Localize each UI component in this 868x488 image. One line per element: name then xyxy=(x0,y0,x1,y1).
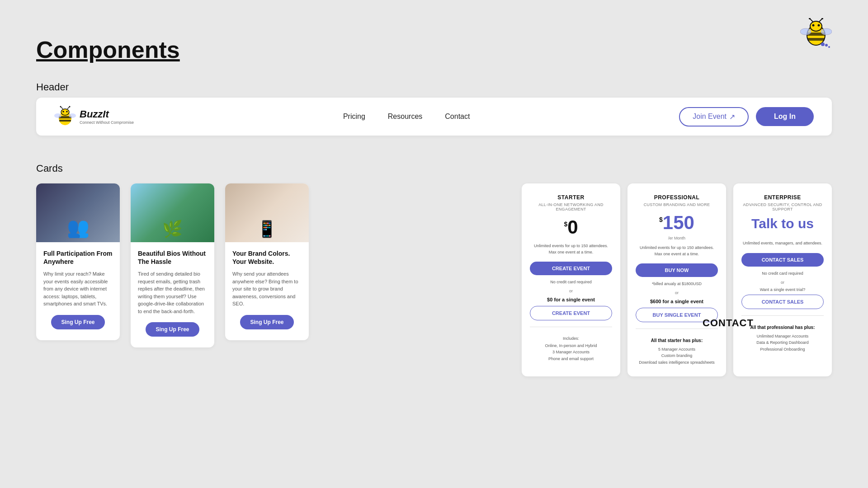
starter-no-cc: No credit card required xyxy=(550,280,592,284)
svg-rect-18 xyxy=(59,120,71,122)
cards-section: Cards 👥 Full Participation From Anywhere… xyxy=(36,163,832,376)
pricing-card-enterprise: ENTERPRISE ADVANCED SECURITY, CONTROL AN… xyxy=(733,183,832,376)
starter-tier: STARTER xyxy=(557,194,584,201)
svg-point-5 xyxy=(812,24,815,27)
feature-card-3: 📱 Your Brand Colors. Your Website. Why s… xyxy=(225,183,309,340)
feature-card-2-desc: Tired of sending detailed bio request em… xyxy=(138,270,207,315)
cards-section-label: Cards xyxy=(36,163,832,174)
feature-card-1-desc: Why limit your reach? Make your events e… xyxy=(43,270,113,308)
starter-includes: Includes: xyxy=(563,336,579,341)
feature-card-2-title: Beautiful Bios Without The Hassle xyxy=(138,249,207,266)
page-title: Components xyxy=(36,36,832,63)
starter-create-event-outline-button[interactable]: CREATE EVENT xyxy=(530,306,612,320)
svg-point-4 xyxy=(810,21,822,31)
header-component: BuzzIt Connect Without Compromise Pricin… xyxy=(36,98,832,136)
header-section-label: Header xyxy=(36,81,832,93)
professional-billed: *billed anualy at $1800USD xyxy=(652,282,702,286)
svg-point-19 xyxy=(61,109,69,115)
professional-period: /er Month xyxy=(668,236,685,240)
enterprise-contact-sales-button[interactable]: CONTACT SALES xyxy=(741,253,824,267)
starter-or: or xyxy=(569,289,573,293)
svg-point-15 xyxy=(828,46,830,48)
starter-feature-2: 3 Manager Accounts xyxy=(552,349,590,355)
svg-point-11 xyxy=(800,28,811,35)
starter-feature-3: Phone and email support xyxy=(548,356,594,362)
svg-point-13 xyxy=(821,42,825,46)
professional-feature-2: Custom branding xyxy=(661,352,693,359)
professional-buy-now-button[interactable]: BUY NOW xyxy=(636,263,718,277)
buzzit-logo-tagline: Connect Without Compromise xyxy=(80,120,134,125)
enterprise-price-text: Talk to us xyxy=(751,216,814,231)
enterprise-feature-1: Unlimited Manager Accounts xyxy=(757,333,809,339)
svg-point-23 xyxy=(60,106,61,108)
svg-point-21 xyxy=(66,111,68,113)
pricing-cards: STARTER ALL-IN-ONE NETWORKING AND ENGAGE… xyxy=(522,183,832,376)
svg-line-22 xyxy=(61,107,63,109)
header-section: Header BuzzI xyxy=(36,81,832,136)
enterprise-no-cc: No credit card required xyxy=(762,271,803,276)
page-header-section: Components xyxy=(0,18,868,72)
feature-card-3-cta[interactable]: Sing Up Free xyxy=(240,315,293,329)
enterprise-feature-3: Professional Onboarding xyxy=(760,346,805,352)
svg-point-6 xyxy=(818,24,820,27)
enterprise-tier: ENTERPRISE xyxy=(764,194,801,201)
feature-card-3-title: Your Brand Colors. Your Website. xyxy=(232,249,302,266)
feature-card-2: 🌿 Beautiful Bios Without The Hassle Tire… xyxy=(131,183,214,347)
external-link-icon: ↗ xyxy=(729,113,735,121)
svg-point-20 xyxy=(62,111,64,113)
svg-line-7 xyxy=(810,19,813,22)
professional-price: $ 150 xyxy=(659,213,694,232)
professional-tier: PROFESSIONAL xyxy=(654,194,700,201)
professional-dollar: $ xyxy=(659,216,663,223)
starter-desc: Unlimited events for up to 150 attendees… xyxy=(530,243,612,255)
enterprise-feature-2: Data & Reporting Dashboard xyxy=(756,339,809,346)
professional-amount: 150 xyxy=(663,213,694,232)
professional-plus-label: All that starter has plus: xyxy=(651,337,703,344)
professional-feature-1: 5 Manager Accounts xyxy=(658,346,695,352)
professional-desc: Unlimited events for up to 150 attendees… xyxy=(636,245,718,257)
nav-contact[interactable]: Contact xyxy=(445,113,470,121)
enterprise-single-event: Want a single event trial? xyxy=(760,286,806,293)
svg-rect-3 xyxy=(807,38,825,41)
svg-line-24 xyxy=(67,107,69,109)
starter-subtitle: ALL-IN-ONE NETWORKING AND ENGAGEMENT xyxy=(530,202,612,211)
starter-feature-1: Online, In-person and Hybrid xyxy=(545,343,597,349)
buzzit-logo[interactable]: BuzzIt Connect Without Compromise xyxy=(54,106,134,127)
feature-card-1-title: Full Participation From Anywhere xyxy=(43,249,113,266)
professional-or: or xyxy=(675,291,679,295)
starter-create-event-button[interactable]: CREATE EVENT xyxy=(530,262,612,275)
bee-icon xyxy=(800,18,832,50)
nav-pricing[interactable]: Pricing xyxy=(343,113,365,121)
join-event-button[interactable]: Join Event ↗ xyxy=(679,107,749,127)
starter-amount: 0 xyxy=(567,218,578,237)
pricing-card-professional: PROFESSIONAL CUSTOM BRANDING AND MORE $ … xyxy=(627,183,726,376)
bee-logo-corner xyxy=(800,18,832,52)
professional-single-price: $600 for a single event xyxy=(650,299,703,304)
buzzit-logo-text: BuzzIt xyxy=(80,108,134,120)
starter-price: $ 0 xyxy=(564,218,578,237)
buzzit-logo-icon xyxy=(54,106,76,127)
svg-point-25 xyxy=(69,106,71,108)
svg-point-12 xyxy=(821,28,832,35)
starter-dollar: $ xyxy=(564,221,567,228)
header-nav: Pricing Resources Contact xyxy=(343,113,470,121)
enterprise-divider xyxy=(741,315,824,316)
nav-resources[interactable]: Resources xyxy=(388,113,422,121)
svg-point-14 xyxy=(825,44,828,47)
professional-feature-3: Download sales intelligence spreadsheets xyxy=(639,359,715,366)
svg-line-9 xyxy=(819,19,822,22)
contact-section-label: CONTACT xyxy=(703,317,754,329)
feature-card-2-cta[interactable]: Sing Up Free xyxy=(146,322,199,337)
svg-point-27 xyxy=(69,113,76,118)
login-button[interactable]: Log In xyxy=(756,107,814,126)
svg-point-26 xyxy=(54,113,61,118)
header-buttons: Join Event ↗ Log In xyxy=(679,107,814,127)
feature-card-1-cta[interactable]: Sing Up Free xyxy=(51,315,104,329)
enterprise-or: or xyxy=(781,280,784,285)
feature-card-3-desc: Why send your attendees anywhere else? B… xyxy=(232,270,302,308)
enterprise-contact-sales-outline-button[interactable]: CONTACT SALES xyxy=(741,295,824,309)
pricing-card-starter: STARTER ALL-IN-ONE NETWORKING AND ENGAGE… xyxy=(522,183,620,376)
enterprise-plus-label: All that professional has plus: xyxy=(750,324,815,331)
professional-subtitle: CUSTOM BRANDING AND MORE xyxy=(644,202,710,207)
feature-card-1: 👥 Full Participation From Anywhere Why l… xyxy=(36,183,120,340)
